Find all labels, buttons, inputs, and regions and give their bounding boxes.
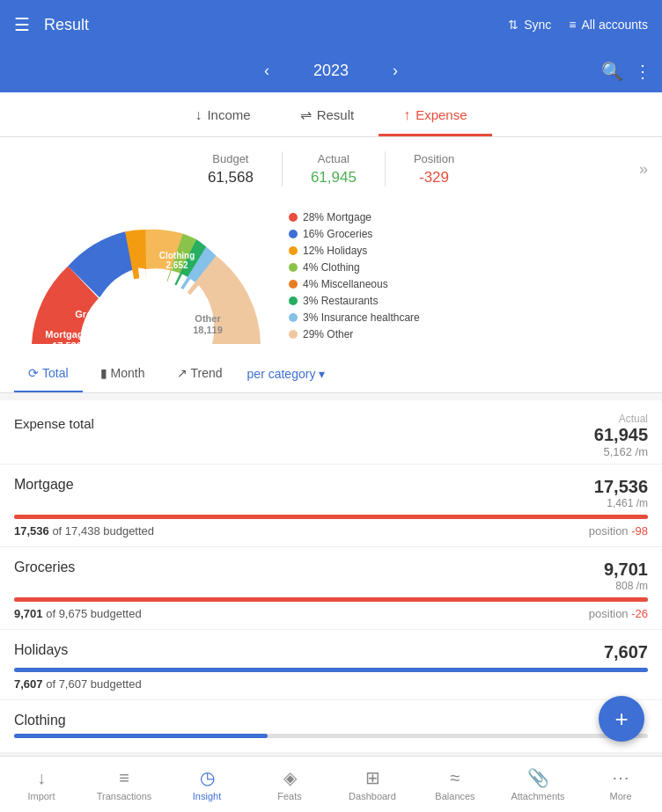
dashboard-icon: ⊞	[365, 767, 380, 788]
actual-header: Actual	[594, 413, 648, 425]
mortgage-amount-block: 17,536 1,461 /m	[594, 477, 648, 509]
nav-dashboard[interactable]: ⊞ Dashboard	[331, 757, 414, 812]
category-groceries[interactable]: Groceries 9,701 808 /m 9,701 of 9,675 bu…	[0, 547, 662, 630]
holidays-amount-block: 7,607	[604, 642, 648, 662]
chevron-down-icon: ▾	[319, 367, 325, 381]
tab-income[interactable]: ↓ Income	[170, 96, 275, 136]
holidays-bar-fill	[14, 668, 648, 672]
feats-icon: ◈	[283, 767, 297, 788]
category-holidays[interactable]: Holidays 7,607 7,607 of 7,607 budgetted	[0, 630, 662, 700]
per-category-dropdown[interactable]: per category ▾	[247, 367, 326, 381]
legend-holidays: 12% Holidays	[289, 245, 648, 257]
actual-value: 61,945	[311, 169, 357, 187]
legend-dot-restaurants	[289, 296, 298, 305]
holidays-amount: 7,607	[604, 642, 648, 662]
result-icon: ⇌	[300, 106, 312, 123]
nav-balances[interactable]: ≈ Balances	[414, 757, 496, 812]
legend-dot-holidays	[289, 246, 298, 255]
chart-legend: 28% Mortgage 16% Groceries 12% Holidays …	[278, 211, 648, 345]
mortgage-header: Mortgage 17,536 1,461 /m	[14, 477, 648, 509]
nav-insight[interactable]: ◷ Insight	[166, 757, 248, 812]
holidays-bar-bg	[14, 668, 648, 672]
budget-col: Budget 61,568	[180, 152, 282, 187]
budget-label: Budget	[208, 152, 254, 165]
legend-dot-insurance	[289, 313, 298, 322]
expense-total-values: Actual 61,945 5,162 /m	[594, 413, 648, 458]
groceries-detail-left: 9,701 of 9,675 budgetted	[14, 607, 142, 620]
legend-dot-groceries	[289, 230, 298, 238]
app-title: Result	[44, 16, 508, 34]
groceries-bar-fill	[14, 597, 648, 602]
expense-total-label: Expense total	[14, 413, 94, 431]
nav-feats[interactable]: ◈ Feats	[248, 757, 331, 812]
clothing-name: Clothing	[14, 713, 66, 728]
groceries-amount-block: 9,701 808 /m	[604, 560, 648, 592]
expense-total-row: Expense total Actual 61,945 5,162 /m	[0, 400, 662, 465]
tab-month[interactable]: ▮ Month	[86, 355, 159, 392]
legend-other: 29% Other	[289, 328, 648, 340]
groceries-position: position -26	[589, 607, 648, 620]
svg-text:9,701: 9,701	[85, 320, 110, 331]
mortgage-position: position -98	[589, 524, 648, 538]
mortgage-detail: 17,536 of 17,438 budgetted position -98	[14, 524, 648, 538]
nav-attachments[interactable]: 📎 Attachments	[496, 757, 579, 812]
import-icon: ↓	[37, 768, 46, 788]
tab-trend[interactable]: ↗ Trend	[163, 355, 237, 392]
holidays-header: Holidays 7,607	[14, 642, 648, 662]
accounts-button[interactable]: ≡ All accounts	[569, 18, 648, 32]
mortgage-amount: 17,536	[594, 477, 648, 497]
attachments-icon: 📎	[527, 767, 549, 788]
top-bar: ☰ Result ⇅ Sync ≡ All accounts	[0, 0, 662, 49]
legend-clothing: 4% Clothing	[289, 261, 648, 274]
tab-expense[interactable]: ↑ Expense	[379, 96, 491, 136]
nav-import[interactable]: ↓ Import	[0, 757, 83, 812]
category-mortgage[interactable]: Mortgage 17,536 1,461 /m 17,536 of 17,43…	[0, 465, 662, 547]
clothing-bar-fill	[14, 734, 268, 738]
tab-total[interactable]: ⟳ Total	[14, 355, 83, 392]
donut-chart: Groceries 9,701 Mortgage 17,536 Other 18…	[14, 208, 278, 348]
expense-icon: ↑	[403, 107, 410, 123]
legend-restaurants: 3% Restaurants	[289, 295, 648, 307]
balances-icon: ≈	[451, 768, 460, 788]
add-fab[interactable]: +	[599, 696, 644, 742]
legend-dot-clothing	[289, 263, 298, 272]
mortgage-bar-fill	[14, 515, 648, 519]
position-label: Position	[414, 152, 454, 165]
svg-text:Groceries: Groceries	[75, 309, 120, 319]
search-icon[interactable]: 🔍	[601, 61, 623, 82]
month-icon: ▮	[100, 366, 107, 380]
summary-row: Budget 61,568 Actual 61,945 Position -32…	[0, 137, 662, 194]
expand-icon[interactable]: »	[639, 160, 648, 179]
holidays-detail-left: 7,607 of 7,607 budgetted	[14, 677, 142, 691]
groceries-bar-bg	[14, 597, 648, 602]
legend-dot-other	[289, 330, 298, 339]
legend-dot-mortgage	[289, 213, 298, 222]
menu-icon[interactable]: ☰	[14, 14, 30, 35]
svg-text:17,536: 17,536	[52, 340, 82, 351]
groceries-sub: 808 /m	[604, 580, 648, 592]
chart-svg: Groceries 9,701 Mortgage 17,536 Other 18…	[14, 208, 278, 353]
sub-tabs: ⟳ Total ▮ Month ↗ Trend per category ▾	[0, 355, 662, 393]
position-value: -329	[414, 169, 454, 187]
expense-total-main: 61,945	[594, 425, 648, 445]
sync-button[interactable]: ⇅ Sync	[508, 18, 551, 32]
legend-dot-misc	[289, 280, 298, 289]
clothing-bar-bg	[14, 734, 648, 738]
more-icon[interactable]: ⋮	[634, 61, 651, 82]
nav-more[interactable]: ⋯ More	[579, 757, 662, 812]
clothing-header: Clothing	[14, 713, 648, 728]
category-clothing[interactable]: Clothing	[0, 700, 662, 753]
next-year-button[interactable]: ›	[384, 58, 407, 84]
mortgage-sub: 1,461 /m	[594, 497, 648, 509]
total-icon: ⟳	[28, 366, 39, 380]
bottom-nav: ↓ Import ≡ Transactions ◷ Insight ◈ Feat…	[0, 756, 662, 812]
prev-year-button[interactable]: ‹	[255, 58, 278, 84]
income-icon: ↓	[195, 107, 202, 123]
legend-mortgage: 28% Mortgage	[289, 211, 648, 223]
svg-text:Clothing: Clothing	[159, 251, 195, 260]
svg-text:2,652: 2,652	[166, 260, 188, 270]
tab-result[interactable]: ⇌ Result	[276, 96, 379, 136]
nav-transactions[interactable]: ≡ Transactions	[83, 757, 166, 812]
holidays-name: Holidays	[14, 642, 68, 658]
year-nav: ‹ 2023 › 🔍 ⋮	[0, 49, 662, 92]
